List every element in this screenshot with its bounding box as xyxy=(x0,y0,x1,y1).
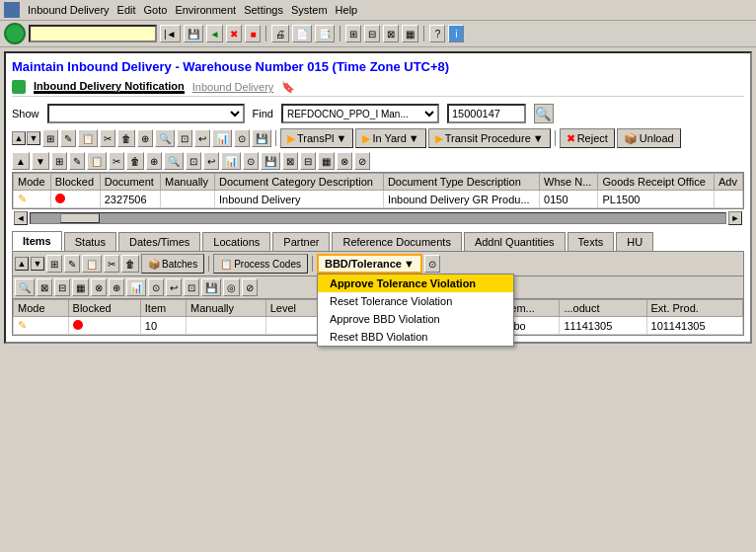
menu-environment[interactable]: Environment xyxy=(175,4,236,16)
stop-btn[interactable]: ■ xyxy=(245,25,261,42)
tb-btn6[interactable]: ⊕ xyxy=(137,129,153,147)
tb2-btn19[interactable]: ⊘ xyxy=(354,152,370,170)
info-btn[interactable]: i xyxy=(448,25,464,42)
tb2-btn6[interactable]: ✂ xyxy=(109,152,124,170)
tb2-btn18[interactable]: ⊗ xyxy=(337,152,352,170)
tb2-btn1[interactable]: ▲ xyxy=(12,152,30,170)
process-codes-btn[interactable]: 📋 Process Codes xyxy=(213,254,308,274)
itb2-btn12[interactable]: ◎ xyxy=(223,278,240,296)
back-btn[interactable]: ◄ xyxy=(206,25,224,42)
tb2-btn2[interactable]: ▼ xyxy=(32,152,49,170)
row-up-btn[interactable]: ▲ xyxy=(12,131,26,145)
layout2-btn[interactable]: ⊟ xyxy=(364,25,380,42)
print2-btn[interactable]: 📄 xyxy=(292,25,312,42)
hscroll-track[interactable] xyxy=(30,212,726,224)
layout3-btn[interactable]: ⊠ xyxy=(383,25,399,42)
tab-locations[interactable]: Locations xyxy=(202,232,270,251)
in-yard-btn[interactable]: ▶ In Yard ▼ xyxy=(355,128,425,148)
transit-procedure-btn[interactable]: ▶ Transit Procedure ▼ xyxy=(428,128,551,148)
print-btn[interactable]: 🖨 xyxy=(271,25,289,42)
items-tb-btn4[interactable]: ✂ xyxy=(104,255,119,273)
tb-btn1[interactable]: ⊞ xyxy=(42,129,58,147)
tab-status[interactable]: Status xyxy=(64,232,116,251)
itb2-btn8[interactable]: ⊙ xyxy=(148,278,164,296)
items-down-btn[interactable]: ▼ xyxy=(31,257,44,271)
menu-help[interactable]: Help xyxy=(336,4,358,16)
items-tb-extra-btn[interactable]: ⊙ xyxy=(424,255,440,273)
itb2-btn7[interactable]: 📊 xyxy=(126,278,146,296)
forward-btn[interactable]: ✖ xyxy=(226,25,242,42)
help-btn[interactable]: ? xyxy=(429,25,445,42)
itb2-btn13[interactable]: ⊘ xyxy=(242,278,258,296)
tb2-btn13[interactable]: ⊙ xyxy=(243,152,259,170)
tb-btn12[interactable]: 💾 xyxy=(252,129,271,147)
show-select[interactable] xyxy=(47,104,245,123)
unload-btn[interactable]: 📦 Unload xyxy=(617,128,681,148)
tab-texts[interactable]: Texts xyxy=(567,232,615,251)
tab-hu[interactable]: HU xyxy=(616,232,653,251)
menu-system[interactable]: System xyxy=(291,4,328,16)
tb-btn9[interactable]: ↩ xyxy=(194,129,210,147)
menu-edit[interactable]: Edit xyxy=(117,4,136,16)
tb-btn5[interactable]: 🗑 xyxy=(117,129,135,147)
batches-btn[interactable]: 📦 Batches xyxy=(141,254,204,274)
itb2-btn3[interactable]: ⊟ xyxy=(54,278,70,296)
tb2-btn8[interactable]: ⊕ xyxy=(146,152,162,170)
nav-first-btn[interactable]: |◄ xyxy=(160,25,181,42)
items-tb-btn1[interactable]: ⊞ xyxy=(46,255,62,273)
tb2-btn14[interactable]: 💾 xyxy=(261,152,280,170)
dropdown-item-approve-tolerance[interactable]: Approve Tolerance Violation xyxy=(318,275,513,292)
layout-btn[interactable]: ⊞ xyxy=(345,25,361,42)
table-row[interactable]: ✎ 2327506 Inbound Delivery Inbound Deliv… xyxy=(14,191,743,208)
row-down-btn[interactable]: ▼ xyxy=(27,131,40,145)
tb2-btn16[interactable]: ⊟ xyxy=(300,152,316,170)
menu-settings[interactable]: Settings xyxy=(244,4,283,16)
tb-btn3[interactable]: 📋 xyxy=(78,129,98,147)
dropdown-item-reset-bbd[interactable]: Reset BBD Violation xyxy=(318,328,513,346)
tab-addnl-quantities[interactable]: Addnl Quantities xyxy=(464,232,566,251)
command-input[interactable] xyxy=(29,25,157,42)
tb-btn2[interactable]: ✎ xyxy=(60,129,76,147)
menu-inbound-delivery[interactable]: Inbound Delivery xyxy=(28,4,110,16)
hscroll-left-btn[interactable]: ◄ xyxy=(14,211,28,225)
reject-btn[interactable]: ✖ Reject xyxy=(560,128,615,148)
tb2-btn10[interactable]: ⊡ xyxy=(186,152,201,170)
tb2-btn7[interactable]: 🗑 xyxy=(126,152,144,170)
tab-items[interactable]: Items xyxy=(12,231,62,251)
notif-link-delivery[interactable]: Inbound Delivery xyxy=(192,81,274,93)
items-up-btn[interactable]: ▲ xyxy=(15,257,29,271)
items-tb-btn3[interactable]: 📋 xyxy=(82,255,102,273)
bbd-tolerance-btn[interactable]: BBD/Tolerance ▼ xyxy=(317,254,422,274)
find-input[interactable] xyxy=(447,104,526,123)
notif-link-notification[interactable]: Inbound Delivery Notification xyxy=(34,80,185,94)
tb2-btn11[interactable]: ↩ xyxy=(203,152,219,170)
save-btn[interactable]: 💾 xyxy=(184,25,203,42)
status-green-button[interactable] xyxy=(4,23,26,44)
dropdown-item-reset-tolerance[interactable]: Reset Tolerance Violation xyxy=(318,292,513,310)
itb2-btn2[interactable]: ⊠ xyxy=(37,278,52,296)
find-select[interactable]: REFDOCNO_PPO_I Man... xyxy=(281,104,439,123)
itb2-btn4[interactable]: ▦ xyxy=(72,278,89,296)
itb2-btn11[interactable]: 💾 xyxy=(201,278,221,296)
items-tb-btn2[interactable]: ✎ xyxy=(64,255,80,273)
hscroll-thumb[interactable] xyxy=(60,213,100,223)
find-execute-btn[interactable]: 🔍 xyxy=(534,104,554,123)
itb2-btn10[interactable]: ⊡ xyxy=(184,278,199,296)
tab-partner[interactable]: Partner xyxy=(272,232,330,251)
menu-goto[interactable]: Goto xyxy=(144,4,168,16)
print3-btn[interactable]: 📑 xyxy=(315,25,335,42)
itb2-btn6[interactable]: ⊕ xyxy=(109,278,124,296)
hscroll-right-btn[interactable]: ► xyxy=(728,211,742,225)
tb2-btn17[interactable]: ▦ xyxy=(318,152,335,170)
tb2-btn3[interactable]: ⊞ xyxy=(51,152,67,170)
tb2-btn9[interactable]: 🔍 xyxy=(164,152,184,170)
itb2-btn1[interactable]: 🔍 xyxy=(15,278,35,296)
tb-btn11[interactable]: ⊙ xyxy=(234,129,250,147)
layout4-btn[interactable]: ▦ xyxy=(402,25,418,42)
tb2-btn5[interactable]: 📋 xyxy=(87,152,107,170)
tb-btn10[interactable]: 📊 xyxy=(212,129,232,147)
items-tb-btn5[interactable]: 🗑 xyxy=(121,255,139,273)
tab-dates-times[interactable]: Dates/Times xyxy=(118,232,200,251)
tb-btn7[interactable]: 🔍 xyxy=(155,129,175,147)
itb2-btn5[interactable]: ⊗ xyxy=(91,278,107,296)
